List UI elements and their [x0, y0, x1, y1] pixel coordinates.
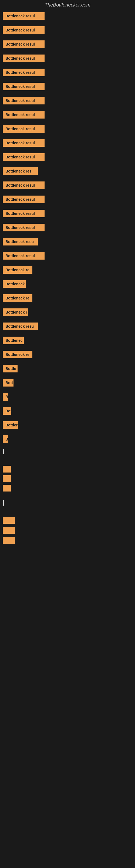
- bottleneck-result-11: Bottleneck res: [3, 167, 38, 175]
- bottleneck-result-14: Bottleneck resul: [3, 210, 45, 217]
- bottleneck-result-16: Bottleneck resu: [3, 238, 38, 246]
- list-item: Bottleneck resul: [0, 137, 135, 150]
- bottleneck-result-30: B: [3, 435, 8, 443]
- bottleneck-result-25: Bottle: [3, 365, 17, 372]
- items-container: Bottleneck resulBottleneck resulBottlene…: [0, 10, 135, 446]
- list-item: Bottleneck resul: [0, 95, 135, 108]
- bottleneck-result-24: Bottleneck re: [3, 351, 32, 358]
- bottleneck-result-21: Bottleneck r: [3, 308, 28, 316]
- small-block-3: [3, 485, 11, 492]
- bottleneck-result-1: Bottleneck resul: [3, 26, 45, 34]
- bottleneck-result-17: Bottleneck resul: [3, 252, 45, 259]
- bottleneck-result-26: Bott: [3, 379, 13, 386]
- cursor-indicator: [3, 449, 4, 454]
- list-item: Bottleneck resul: [0, 81, 135, 94]
- bottleneck-result-27: B: [3, 393, 8, 401]
- list-item: Bottleneck resul: [0, 222, 135, 235]
- page-container: TheBottlenecker.com Bottleneck resulBott…: [0, 0, 135, 545]
- list-item: Bottleneck resul: [0, 250, 135, 263]
- list-item: B: [0, 433, 135, 446]
- bottleneck-result-23: Bottlenec: [3, 337, 24, 344]
- small-block-2: [3, 475, 11, 482]
- list-item: Bott: [0, 377, 135, 390]
- bottleneck-result-15: Bottleneck resul: [3, 224, 45, 231]
- bottleneck-result-3: Bottleneck resul: [3, 55, 45, 62]
- cursor-indicator-2: [3, 500, 4, 506]
- bottleneck-result-13: Bottleneck resul: [3, 195, 45, 203]
- bottom-blocks-2: [0, 517, 135, 545]
- list-item: Bottleneck resu: [0, 236, 135, 249]
- bottleneck-result-22: Bottleneck resu: [3, 322, 38, 330]
- list-item: Bottler: [0, 419, 135, 432]
- bottom-block-a: [3, 517, 15, 524]
- bottleneck-result-12: Bottleneck resul: [3, 182, 45, 189]
- list-item: Bottleneck: [0, 278, 135, 291]
- bottleneck-result-6: Bottleneck resul: [3, 97, 45, 104]
- list-item: B: [0, 391, 135, 404]
- bottleneck-result-5: Bottleneck resul: [3, 83, 45, 90]
- list-item: Bottleneck re: [0, 292, 135, 305]
- bottom-block-c: [3, 537, 15, 544]
- list-item: Bottleneck resul: [0, 66, 135, 80]
- bottom-block-b: [3, 527, 15, 534]
- bottleneck-result-4: Bottleneck resul: [3, 69, 45, 76]
- list-item: Bottleneck resul: [0, 193, 135, 207]
- bottleneck-result-19: Bottleneck: [3, 280, 26, 288]
- list-item: Bottleneck resul: [0, 151, 135, 164]
- list-item: Bottleneck resul: [0, 179, 135, 192]
- list-item: Bottleneck res: [0, 165, 135, 178]
- list-item: Bottleneck resul: [0, 38, 135, 51]
- bottleneck-result-20: Bottleneck re: [3, 294, 32, 302]
- bottleneck-result-18: Bottleneck re: [3, 266, 32, 274]
- list-item: Bottle: [0, 363, 135, 376]
- list-item: Bottleneck resul: [0, 109, 135, 122]
- bottleneck-result-2: Bottleneck resul: [3, 40, 45, 48]
- bottleneck-result-7: Bottleneck resul: [3, 111, 45, 119]
- site-title: TheBottlenecker.com: [0, 0, 135, 10]
- list-item: Bottleneck resu: [0, 320, 135, 333]
- list-item: Bottleneck re: [0, 264, 135, 277]
- list-item: Bottleneck resul: [0, 52, 135, 65]
- list-item: Bottleneck r: [0, 306, 135, 319]
- list-item: Bottleneck resul: [0, 10, 135, 23]
- bottleneck-result-9: Bottleneck resul: [3, 139, 45, 147]
- bottleneck-result-0: Bottleneck resul: [3, 12, 45, 20]
- list-item: Bottleneck resul: [0, 24, 135, 37]
- list-item: Bottleneck resul: [0, 123, 135, 136]
- bottleneck-result-10: Bottleneck resul: [3, 153, 45, 161]
- list-item: Bottleneck re: [0, 348, 135, 362]
- list-item: Bot: [0, 405, 135, 418]
- list-item: Bottlenec: [0, 335, 135, 347]
- bottleneck-result-28: Bot: [3, 407, 11, 415]
- bottleneck-result-8: Bottleneck resul: [3, 125, 45, 133]
- bottom-blocks: [0, 465, 135, 492]
- list-item: Bottleneck resul: [0, 208, 135, 220]
- small-block-1: [3, 466, 11, 472]
- bottleneck-result-29: Bottler: [3, 421, 18, 429]
